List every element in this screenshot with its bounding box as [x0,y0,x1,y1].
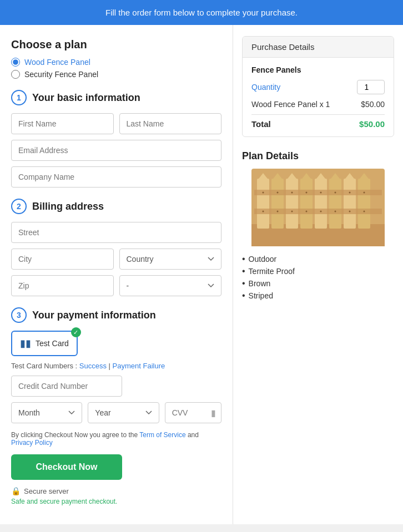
section-3-title: Your payment information [32,310,156,321]
quantity-label: Quantity [251,83,280,92]
main-layout: Choose a plan Wood Fence Panel Security … [0,25,403,524]
svg-point-28 [263,211,264,212]
city-country-row: Country [11,249,221,270]
section-1-number: 1 [11,90,27,105]
secure-server: 🔒 Secure server [11,487,221,495]
street-input[interactable] [11,222,221,243]
name-row [11,113,221,134]
svg-point-30 [291,211,293,212]
svg-rect-4 [271,179,284,229]
svg-point-31 [306,211,308,212]
cc-number-input[interactable] [11,376,122,397]
check-badge: ✓ [71,327,81,337]
checkout-button[interactable]: Checkout Now [11,454,122,480]
section-2-number: 2 [11,199,27,214]
choose-plan-title: Choose a plan [11,38,221,51]
city-input[interactable] [11,249,114,270]
svg-point-22 [291,192,293,194]
feature-outdoor: Outdoor [242,254,394,264]
month-select[interactable]: Month [11,402,82,423]
secure-label: Secure server [24,487,69,495]
svg-rect-14 [344,179,356,229]
svg-point-32 [320,211,322,212]
fence-illustration [242,169,394,246]
feature-striped: Striped [242,291,394,301]
svg-rect-12 [329,179,341,229]
payment-method-box[interactable]: ▮▮ Test Card ✓ [11,331,78,356]
street-row [11,222,221,243]
plan-radio-security[interactable] [11,70,20,79]
safe-text: Safe and secure payment checkout. [11,498,221,505]
section-2-title: Billing address [32,201,104,212]
card-icon: ▮▮ [20,337,31,349]
company-row [11,166,221,188]
purchase-details-body: Fence Panels Quantity Wood Fence Panel x… [243,58,394,136]
svg-point-35 [364,211,365,212]
terms-prefix: By clicking Checkout Now you agree to th… [11,431,139,439]
svg-point-29 [277,211,279,212]
svg-point-24 [320,192,322,194]
product-row: Wood Fence Panel x 1 $50.00 [251,100,385,109]
svg-point-33 [335,211,336,212]
svg-rect-19 [254,209,382,214]
banner-text: Fill the order form below to complete yo… [105,8,298,17]
top-banner: Fill the order form below to complete yo… [0,0,403,25]
plan-option-wood[interactable]: Wood Fence Panel [11,58,221,67]
quantity-row: Quantity [251,80,385,94]
privacy-policy-link[interactable]: Privacy Policy [11,439,53,447]
payment-method-label: Test Card [36,339,69,348]
plan-radio-wood[interactable] [11,58,20,67]
separator: | [109,362,113,370]
state-select[interactable]: - [119,275,222,296]
year-select[interactable]: Year [88,402,159,423]
total-row: Total $50.00 [251,119,385,129]
fence-image [242,169,394,246]
section-3-number: 3 [11,307,27,323]
product-price: $50.00 [361,100,385,109]
email-row [11,140,221,161]
price-divider [251,114,385,115]
plan-label-wood: Wood Fence Panel [24,58,90,67]
country-select[interactable]: Country [119,249,222,270]
svg-point-21 [277,192,279,194]
svg-point-20 [263,192,264,194]
svg-rect-10 [315,179,327,229]
plan-label-security: Security Fence Panel [24,70,98,79]
success-link[interactable]: Success [79,362,107,370]
terms-text: By clicking Checkout Now you agree to th… [11,431,221,447]
test-card-prefix: Test Card Numbers : [11,362,79,370]
svg-rect-16 [358,179,370,229]
zip-input[interactable] [11,275,114,296]
svg-point-23 [306,192,308,194]
feature-termite: Termite Proof [242,266,394,276]
card-details-row: Month Year ▮ [11,402,221,423]
svg-rect-8 [300,179,313,229]
plan-features: Outdoor Termite Proof Brown Striped [242,254,394,301]
lock-icon: 🔒 [11,487,21,495]
fence-panels-label: Fence Panels [251,65,385,74]
terms-middle: and [188,431,199,439]
failure-link[interactable]: Payment Failure [113,362,165,370]
email-input[interactable] [11,140,221,161]
svg-point-26 [349,192,351,194]
total-label: Total [251,119,271,129]
section-3-header: 3 Your payment information [11,307,221,323]
first-name-input[interactable] [11,113,114,134]
plan-option-security[interactable]: Security Fence Panel [11,70,221,79]
section-1-header: 1 Your basic information [11,90,221,105]
section-2-header: 2 Billing address [11,199,221,214]
total-price: $50.00 [359,119,385,129]
feature-brown: Brown [242,278,394,288]
right-panel: Purchase Details Fence Panels Quantity W… [233,25,403,524]
svg-point-34 [349,211,351,212]
company-input[interactable] [11,166,221,188]
cvv-card-icon: ▮ [211,408,216,418]
purchase-details-header: Purchase Details [243,37,394,58]
zip-state-row: - [11,275,221,296]
left-panel: Choose a plan Wood Fence Panel Security … [0,25,233,524]
last-name-input[interactable] [119,113,222,134]
terms-of-service-link[interactable]: Term of Service [139,431,185,439]
plan-details-title: Plan Details [242,150,394,162]
quantity-input[interactable] [357,80,385,94]
test-card-info: Test Card Numbers : Success | Payment Fa… [11,362,221,370]
